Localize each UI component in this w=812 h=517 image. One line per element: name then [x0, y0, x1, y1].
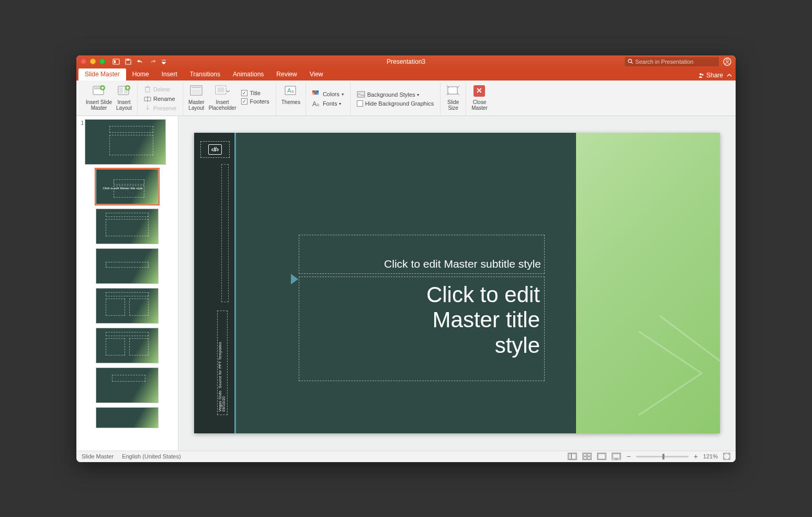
- rename-button[interactable]: Rename: [142, 95, 178, 103]
- triangle-marker-icon: [291, 274, 298, 284]
- layout-thumbnail-6[interactable]: [96, 367, 159, 403]
- autosave-icon[interactable]: [112, 59, 120, 65]
- svg-rect-26: [314, 90, 317, 93]
- slideshow-button[interactable]: [612, 453, 621, 460]
- fonts-icon: Aa: [312, 100, 321, 107]
- search-icon: [628, 59, 633, 64]
- svg-point-3: [628, 59, 631, 62]
- svg-rect-37: [584, 454, 587, 456]
- thumbnail-pane[interactable]: 1 Click to edit Master title style: [76, 116, 178, 451]
- insert-placeholder-button[interactable]: Insert Placeholder: [207, 83, 239, 112]
- tab-slide-master[interactable]: Slide Master: [78, 68, 126, 81]
- layout-thumbnail-2[interactable]: [96, 209, 159, 244]
- tab-view[interactable]: View: [303, 68, 330, 81]
- master-thumbnail[interactable]: [85, 119, 166, 165]
- tab-home[interactable]: Home: [126, 68, 155, 81]
- svg-text:A: A: [287, 87, 291, 94]
- themes-button[interactable]: Aa Themes: [279, 83, 302, 107]
- normal-view-button[interactable]: [568, 453, 577, 460]
- zoom-slider[interactable]: [636, 456, 689, 457]
- title-checkbox[interactable]: ✓Title: [239, 89, 271, 97]
- svg-rect-1: [114, 60, 116, 63]
- tab-transitions[interactable]: Transitions: [184, 68, 227, 81]
- layout-thumbnail-1[interactable]: Click to edit Master title style: [96, 169, 159, 204]
- svg-rect-19: [191, 89, 201, 94]
- hide-background-checkbox[interactable]: Hide Background Graphics: [355, 100, 436, 107]
- svg-rect-2: [127, 59, 129, 61]
- ribbon-tabs: Slide Master Home Insert Transitions Ani…: [76, 68, 736, 81]
- master-layout-button[interactable]: Master Layout: [186, 83, 207, 112]
- tab-animations[interactable]: Animations: [227, 68, 270, 81]
- share-button[interactable]: Share: [698, 72, 723, 79]
- sorter-view-button[interactable]: [582, 453, 592, 460]
- collapse-ribbon-icon[interactable]: [726, 72, 732, 78]
- account-icon[interactable]: [723, 58, 731, 66]
- maximize-window-button[interactable]: [99, 59, 105, 64]
- master-number: 1: [77, 119, 85, 165]
- fonts-button[interactable]: AaFonts▾: [310, 99, 346, 108]
- svg-rect-25: [312, 90, 314, 93]
- slide-left-sidebar: [194, 133, 236, 433]
- slide-canvas-area[interactable]: ‹#› Vegas Slide. Source for PPT Template…: [178, 116, 736, 451]
- title-placeholder[interactable]: Click to edit Master title style: [299, 277, 545, 381]
- status-bar: Slide Master English (United States) − +…: [76, 451, 736, 462]
- svg-rect-15: [145, 87, 150, 92]
- save-icon[interactable]: [125, 59, 131, 65]
- close-icon: ✕: [473, 85, 485, 97]
- close-window-button[interactable]: [81, 59, 86, 64]
- layout-thumbnail-7[interactable]: [96, 407, 159, 428]
- insert-layout-button[interactable]: Insert Layout: [114, 83, 134, 112]
- date-placeholder[interactable]: [221, 164, 229, 302]
- insert-slide-master-button[interactable]: Insert Slide Master: [84, 83, 114, 112]
- svg-rect-28: [312, 93, 314, 95]
- redo-icon[interactable]: [149, 59, 156, 65]
- colors-button[interactable]: Colors▾: [310, 90, 346, 98]
- footer-text: Vegas Slide. Source for PPT Templates 09…: [218, 342, 225, 411]
- zoom-out-button[interactable]: −: [626, 452, 630, 461]
- svg-rect-40: [588, 457, 591, 459]
- background-styles-icon: [357, 91, 365, 98]
- svg-rect-41: [599, 454, 606, 459]
- slide-master-canvas[interactable]: ‹#› Vegas Slide. Source for PPT Template…: [194, 133, 720, 433]
- close-master-button[interactable]: ✕ Close Master: [469, 83, 490, 112]
- svg-rect-29: [314, 93, 317, 95]
- preserve-icon: [144, 105, 151, 112]
- minimize-window-button[interactable]: [90, 59, 96, 64]
- zoom-in-button[interactable]: +: [694, 452, 698, 461]
- main-area: 1 Click to edit Master title style: [76, 116, 736, 451]
- layout-thumbnail-5[interactable]: [96, 328, 159, 363]
- slide-accent-background: [576, 133, 720, 433]
- svg-rect-38: [588, 454, 591, 456]
- search-input[interactable]: [635, 59, 716, 65]
- subtitle-placeholder[interactable]: Click to edit Master subtitle style: [299, 235, 545, 274]
- titlebar: Presentation3: [76, 55, 736, 68]
- search-box[interactable]: [625, 57, 719, 66]
- svg-rect-0: [113, 59, 119, 64]
- svg-rect-39: [584, 457, 587, 459]
- layout-thumbnail-3[interactable]: [96, 248, 159, 284]
- zoom-level[interactable]: 121%: [703, 453, 718, 459]
- status-language[interactable]: English (United States): [122, 453, 181, 459]
- fit-to-window-button[interactable]: [723, 453, 730, 460]
- delete-button: Delete: [142, 85, 178, 94]
- reading-view-button[interactable]: [597, 453, 606, 460]
- title-text: Click to edit Master title style: [426, 282, 540, 358]
- tab-insert[interactable]: Insert: [155, 68, 184, 81]
- slide-size-button[interactable]: Slide Size: [444, 83, 463, 112]
- footers-checkbox[interactable]: ✓Footers: [239, 98, 271, 105]
- rename-icon: [144, 95, 151, 102]
- delete-icon: [144, 86, 151, 93]
- svg-rect-30: [317, 93, 319, 95]
- subtitle-text: Click to edit Master subtitle style: [384, 258, 541, 270]
- background-styles-button[interactable]: Background Styles▾: [355, 90, 436, 99]
- qat-customize-icon[interactable]: [162, 59, 166, 64]
- tab-review[interactable]: Review: [270, 68, 303, 81]
- svg-rect-27: [317, 90, 319, 93]
- share-icon: [698, 72, 704, 78]
- slide-number-placeholder[interactable]: ‹#›: [200, 141, 230, 158]
- svg-rect-12: [119, 87, 123, 94]
- undo-icon[interactable]: [137, 59, 144, 65]
- layout-thumbnail-4[interactable]: [96, 288, 159, 324]
- status-view-mode: Slide Master: [82, 453, 114, 459]
- svg-rect-35: [569, 454, 571, 459]
